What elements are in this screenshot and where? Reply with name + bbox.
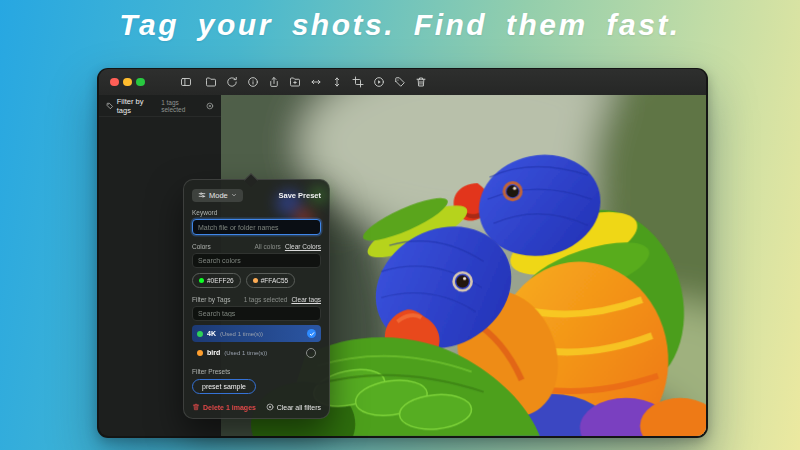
search-colors-input[interactable]: [198, 257, 315, 264]
marketing-stage: Tag your shots. Find them fast. Filter b…: [0, 0, 800, 450]
search-tags-input[interactable]: [198, 310, 315, 317]
chevron-down-icon: [231, 192, 237, 198]
arrows-vertical-icon[interactable]: [331, 76, 344, 89]
all-colors-link[interactable]: All colors: [255, 243, 281, 250]
minimize-button[interactable]: [123, 78, 132, 87]
search-colors-wrap: [192, 253, 321, 268]
tag-row-bird[interactable]: bird (Used 1 time(s)): [192, 344, 321, 361]
arrows-horizontal-icon[interactable]: [310, 76, 323, 89]
color-dot: [253, 278, 258, 283]
filter-presets-label: Filter Presets: [192, 368, 321, 375]
color-chip[interactable]: #FFAC55: [246, 273, 295, 288]
tag-usage: (Used 1 time(s)): [224, 350, 267, 356]
keyword-input[interactable]: [198, 224, 315, 231]
traffic-lights: [110, 78, 145, 87]
toolbar: [205, 76, 428, 89]
tag-icon[interactable]: [394, 76, 407, 89]
hero-headline: Tag your shots. Find them fast.: [0, 8, 800, 42]
selected-count-badge: 1 tags selected: [161, 99, 203, 113]
tag-checked-icon[interactable]: [307, 329, 316, 338]
color-hex: #FFAC55: [261, 277, 288, 284]
filter-popover: Mode Save Preset Keyword Colors All colo…: [183, 179, 330, 419]
trash-icon: [192, 403, 200, 411]
tag-usage: (Used 1 time(s)): [220, 331, 263, 337]
tags-selected-count: 1 tags selected: [244, 296, 288, 303]
save-preset-button[interactable]: Save Preset: [278, 191, 321, 200]
mode-label: Mode: [209, 191, 228, 200]
clear-colors-link[interactable]: Clear Colors: [285, 243, 321, 250]
preset-sample-button[interactable]: preset sample: [192, 379, 256, 394]
filter-by-tags-button[interactable]: Filter by tags 1 tags selected: [99, 95, 221, 117]
play-circle-icon[interactable]: [373, 76, 386, 89]
tag-name: 4K: [207, 330, 216, 337]
tag-row-4k[interactable]: 4K (Used 1 time(s)): [192, 325, 321, 342]
color-dot: [199, 278, 204, 283]
keyword-label: Keyword: [192, 209, 321, 216]
colors-label: Colors: [192, 243, 211, 250]
circle-x-icon: [266, 403, 274, 411]
tag-color-dot: [197, 350, 203, 356]
keyword-field-wrap: [192, 219, 321, 235]
tag-name: bird: [207, 349, 220, 356]
rotate-icon[interactable]: [226, 76, 239, 89]
filter-by-tags-label: Filter by Tags: [192, 296, 231, 303]
color-hex: #0EFF26: [207, 277, 234, 284]
trash-icon[interactable]: [415, 76, 428, 89]
filter-bar-title: Filter by tags: [117, 97, 158, 115]
tag-color-dot: [197, 331, 203, 337]
color-chip[interactable]: #0EFF26: [192, 273, 241, 288]
clear-selection-icon[interactable]: [206, 102, 214, 110]
delete-images-label: Delete 1 images: [203, 404, 256, 411]
tag-icon: [106, 102, 114, 110]
clear-tags-link[interactable]: Clear tags: [291, 296, 321, 303]
clear-all-filters-label: Clear all filters: [277, 404, 321, 411]
export-icon[interactable]: [268, 76, 281, 89]
window-titlebar: [99, 69, 706, 96]
tag-unchecked-icon[interactable]: [306, 348, 316, 358]
crop-icon[interactable]: [352, 76, 365, 89]
folder-icon[interactable]: [205, 76, 218, 89]
delete-images-button[interactable]: Delete 1 images: [192, 403, 256, 411]
search-tags-wrap: [192, 306, 321, 321]
mode-dropdown[interactable]: Mode: [192, 189, 243, 202]
close-button[interactable]: [110, 78, 119, 87]
app-window: Filter by tags 1 tags selected: [97, 68, 708, 438]
zoom-button[interactable]: [136, 78, 145, 87]
info-icon[interactable]: [247, 76, 260, 89]
sidebar-toggle-icon[interactable]: [180, 76, 192, 88]
new-folder-icon[interactable]: [289, 76, 302, 89]
clear-all-filters-button[interactable]: Clear all filters: [266, 403, 321, 411]
sliders-icon: [198, 191, 206, 199]
